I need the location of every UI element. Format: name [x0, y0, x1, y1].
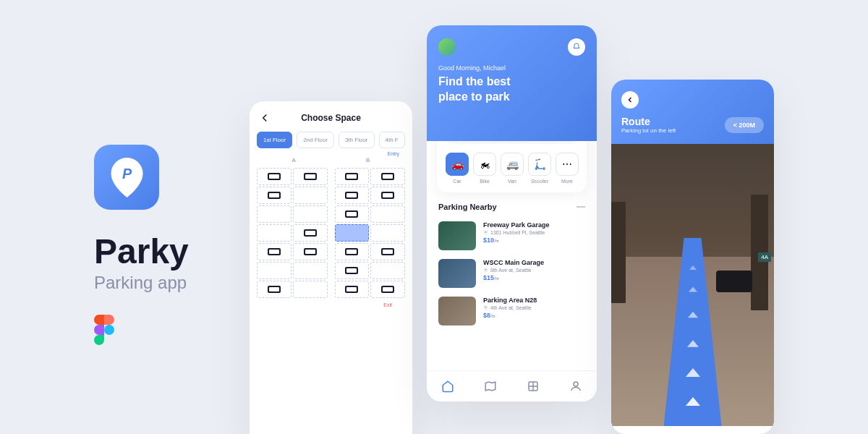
pin-icon: P: [111, 158, 143, 197]
headline: Find the bestplace to park: [438, 75, 585, 105]
vehicle-option[interactable]: 🛴Scooter: [528, 153, 551, 184]
back-button[interactable]: [258, 111, 271, 124]
nav-profile[interactable]: [569, 380, 582, 393]
parking-spot[interactable]: [335, 187, 370, 204]
parking-spot[interactable]: [257, 281, 292, 298]
parking-item[interactable]: Freeway Park Garage 1301 Hubbell Pl, Sea…: [427, 217, 597, 255]
entry-label: Entry: [388, 151, 399, 156]
parking-price: $10/hr: [483, 237, 585, 244]
section-title: Parking Nearby: [438, 203, 497, 211]
vehicle-icon: ⋯: [556, 153, 579, 176]
parking-name: Freeway Park Garage: [483, 221, 585, 229]
floor-tab[interactable]: 1st Floor: [257, 132, 292, 148]
parking-spot[interactable]: [370, 262, 405, 279]
vehicle-icon: 🚐: [501, 153, 524, 176]
parking-name: WSCC Main Garage: [483, 259, 585, 266]
parking-spot[interactable]: [293, 205, 328, 223]
parking-spot[interactable]: [335, 262, 370, 279]
parking-price: $8/hr: [483, 312, 585, 319]
parking-address: 8th Ave at, Seattle: [483, 268, 585, 273]
parking-spot[interactable]: [257, 205, 292, 223]
parking-spot[interactable]: [335, 205, 370, 223]
parking-spot[interactable]: [370, 205, 405, 223]
avatar[interactable]: [438, 38, 456, 56]
parking-spot[interactable]: [335, 224, 370, 242]
column-label-b: B: [366, 157, 370, 163]
exit-label: Exit: [257, 298, 405, 312]
screen-route: Route Parking lot on the left < 200M 4A: [611, 80, 774, 434]
parking-address: 1301 Hubbell Pl, Seattle: [483, 230, 585, 235]
svg-text:P: P: [122, 165, 132, 181]
vehicle-label: Car: [446, 179, 469, 184]
vehicle-icon: 🏍: [473, 153, 496, 176]
vehicle-label: Van: [501, 179, 524, 184]
svg-point-11: [485, 231, 487, 233]
parking-spot[interactable]: [370, 168, 405, 185]
screen-title: Choose Space: [277, 113, 385, 123]
parking-spot[interactable]: [257, 168, 292, 185]
vehicle-icon: 🚗: [446, 153, 469, 176]
parking-spot[interactable]: [257, 262, 292, 279]
vehicle-label: Bike: [473, 179, 496, 184]
screen-home: Good Morning, Michael Find the bestplace…: [427, 25, 597, 401]
svg-rect-6: [99, 315, 104, 325]
parking-spot[interactable]: [257, 187, 292, 204]
vehicle-option[interactable]: 🚐Van: [501, 153, 524, 184]
app-subtitle: Parking app: [94, 273, 189, 293]
parking-item[interactable]: Parking Area N28 4th Ave at, Seattle $8/…: [427, 292, 597, 330]
parking-spot[interactable]: [293, 224, 328, 242]
vehicle-label: Scooter: [528, 179, 551, 184]
collapse-icon[interactable]: [576, 206, 585, 208]
parking-spot[interactable]: [257, 243, 292, 260]
nav-map[interactable]: [484, 380, 497, 393]
bell-icon: [572, 43, 581, 51]
parking-item[interactable]: WSCC Main Garage 8th Ave at, Seattle $15…: [427, 255, 597, 292]
parking-spot[interactable]: [293, 262, 328, 279]
parking-spot[interactable]: [335, 168, 370, 185]
parking-spot[interactable]: [370, 243, 405, 260]
notification-button[interactable]: [568, 38, 585, 56]
route-title: Route: [621, 116, 676, 127]
parking-spot[interactable]: [257, 224, 292, 242]
parking-spot[interactable]: [335, 281, 370, 298]
parking-price: $15/hr: [483, 274, 585, 281]
parking-spot[interactable]: [293, 281, 328, 298]
chevron-left-icon: [626, 95, 634, 104]
vehicle-option[interactable]: ⋯More: [556, 153, 579, 184]
back-button[interactable]: [621, 91, 639, 109]
floor-tab[interactable]: 4th F: [379, 132, 405, 148]
parking-spot[interactable]: [370, 187, 405, 204]
figma-icon: [94, 315, 114, 345]
column-label-a: A: [292, 157, 296, 163]
vehicle-option[interactable]: 🏍Bike: [473, 153, 496, 184]
screen-choose-space: Choose Space 1st Floor2nd Floor3th Floor…: [250, 101, 412, 434]
parking-spot[interactable]: [293, 187, 328, 204]
svg-rect-7: [104, 315, 109, 325]
app-icon: P: [94, 145, 159, 210]
floor-tab[interactable]: 2nd Floor: [297, 132, 334, 148]
ar-view: 4A: [611, 144, 774, 426]
svg-point-13: [485, 307, 487, 308]
svg-point-12: [485, 269, 487, 271]
parking-image: [438, 297, 476, 326]
parking-spot[interactable]: [293, 243, 328, 260]
svg-point-15: [574, 382, 578, 386]
vehicle-option[interactable]: 🚗Car: [446, 153, 469, 184]
nav-bookings[interactable]: [527, 380, 540, 393]
svg-point-4: [104, 325, 114, 335]
floor-tab[interactable]: 3th Floor: [339, 132, 375, 148]
parking-spot[interactable]: [293, 168, 328, 185]
parking-spot[interactable]: [335, 243, 370, 260]
distance-badge: < 200M: [725, 117, 764, 133]
svg-rect-9: [99, 335, 104, 340]
route-subtitle: Parking lot on the left: [621, 127, 676, 134]
vehicle-icon: 🛴: [528, 153, 551, 176]
app-name: Parky: [94, 231, 189, 271]
parking-spot[interactable]: [370, 281, 405, 298]
parking-spot[interactable]: [370, 224, 405, 242]
vehicle-label: More: [556, 179, 579, 184]
parking-address: 4th Ave at, Seattle: [483, 305, 585, 310]
nav-home[interactable]: [441, 380, 454, 393]
svg-rect-8: [99, 325, 104, 335]
zone-sign: 4A: [758, 252, 771, 262]
